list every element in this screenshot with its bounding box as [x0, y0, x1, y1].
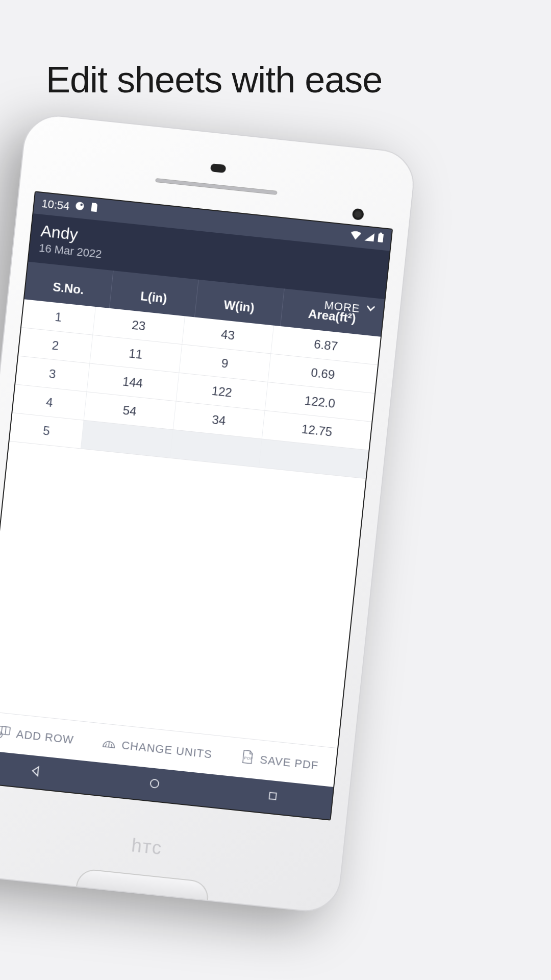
add-row-button[interactable]: ADD ROW: [0, 723, 74, 749]
nav-home-icon[interactable]: [147, 777, 161, 792]
svg-rect-15: [269, 792, 277, 799]
signal-icon: [364, 231, 375, 245]
table-body: 1 23 43 6.87 2 11 9 0.69 3 144 122 122.0: [0, 299, 381, 748]
chevron-down-icon: [364, 302, 377, 317]
screen: 10:54: [0, 191, 393, 820]
change-units-label: CHANGE UNITS: [121, 739, 213, 761]
phone-earpiece: [155, 178, 278, 195]
svg-rect-2: [378, 233, 384, 242]
svg-text:PDF: PDF: [244, 755, 254, 761]
battery-icon: [377, 232, 385, 246]
phone-brand-logo: hтc: [131, 835, 164, 859]
change-units-button[interactable]: CHANGE UNITS: [101, 734, 213, 764]
phone-front-camera: [352, 208, 364, 220]
phone-speaker: [210, 163, 227, 173]
wifi-icon: [349, 229, 362, 243]
save-pdf-button[interactable]: PDF SAVE PDF: [239, 748, 319, 775]
svg-line-11: [105, 744, 107, 747]
svg-line-10: [109, 742, 109, 747]
phone-mockup: 10:54: [0, 112, 417, 915]
svg-line-9: [0, 734, 1, 735]
svg-point-0: [76, 202, 85, 211]
promo-title: Edit sheets with ease: [46, 59, 382, 101]
add-row-icon: [0, 723, 12, 743]
sd-card-icon: [89, 202, 99, 216]
protractor-icon: [101, 734, 118, 754]
svg-line-12: [111, 744, 113, 748]
notification-icon: [74, 201, 86, 215]
pdf-icon: PDF: [239, 748, 256, 768]
nav-recent-icon[interactable]: [266, 790, 279, 804]
nav-back-icon[interactable]: [28, 764, 43, 780]
add-row-label: ADD ROW: [15, 727, 74, 747]
phone-home-button: [76, 868, 210, 900]
status-time: 10:54: [41, 197, 70, 213]
svg-point-14: [150, 779, 159, 788]
save-pdf-label: SAVE PDF: [259, 753, 319, 773]
svg-rect-3: [380, 233, 382, 234]
svg-line-6: [5, 727, 6, 734]
